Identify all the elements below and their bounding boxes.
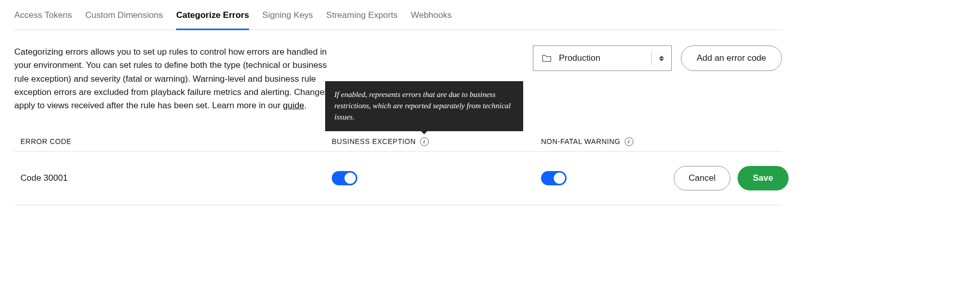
tab-access-tokens[interactable]: Access Tokens bbox=[14, 10, 72, 30]
info-icon[interactable]: i If enabled, represents errors that are… bbox=[420, 137, 429, 146]
tooltip-business-exception: If enabled, represents errors that are d… bbox=[325, 81, 523, 131]
column-header-non-fatal-warning: NON-FATAL WARNING i bbox=[541, 137, 674, 146]
environment-selected-label: Production bbox=[559, 53, 644, 63]
business-exception-toggle[interactable] bbox=[332, 171, 357, 185]
toggle-knob bbox=[345, 173, 356, 184]
non-fatal-warning-cell bbox=[541, 171, 674, 185]
cancel-button[interactable]: Cancel bbox=[674, 166, 730, 190]
guide-link[interactable]: guide bbox=[283, 101, 304, 110]
tab-custom-dimensions[interactable]: Custom Dimensions bbox=[85, 10, 163, 30]
column-header-warning-label: NON-FATAL WARNING bbox=[541, 137, 621, 146]
description-text: Categorizing errors allows you to set up… bbox=[14, 45, 331, 113]
table-header: ERROR CODE BUSINESS EXCEPTION i If enabl… bbox=[14, 132, 782, 152]
tab-webhooks[interactable]: Webhooks bbox=[411, 10, 452, 30]
sort-arrows-icon bbox=[659, 56, 664, 61]
row-actions: Cancel Save bbox=[674, 166, 789, 190]
divider bbox=[651, 52, 652, 65]
description-post: . bbox=[304, 101, 307, 110]
column-header-business-label: BUSINESS EXCEPTION bbox=[332, 137, 416, 146]
header-actions: Production Add an error code bbox=[533, 45, 782, 71]
environment-select[interactable]: Production bbox=[533, 45, 672, 71]
folder-icon bbox=[542, 54, 552, 62]
column-header-business-exception: BUSINESS EXCEPTION i If enabled, represe… bbox=[332, 137, 541, 146]
error-code-cell: Code 30001 bbox=[20, 173, 332, 183]
non-fatal-warning-toggle[interactable] bbox=[541, 171, 567, 185]
tab-streaming-exports[interactable]: Streaming Exports bbox=[326, 10, 398, 30]
tab-categorize-errors[interactable]: Categorize Errors bbox=[176, 10, 249, 30]
table-row: Code 30001 Cancel Save bbox=[14, 152, 782, 205]
save-button[interactable]: Save bbox=[738, 166, 789, 190]
toggle-knob bbox=[554, 173, 565, 184]
add-error-code-button[interactable]: Add an error code bbox=[681, 45, 782, 71]
business-exception-cell bbox=[332, 171, 541, 185]
tabs-bar: Access Tokens Custom Dimensions Categori… bbox=[14, 10, 782, 30]
column-header-error-code: ERROR CODE bbox=[20, 137, 332, 146]
info-icon[interactable]: i bbox=[625, 137, 633, 146]
tab-signing-keys[interactable]: Signing Keys bbox=[262, 10, 313, 30]
description-pre: Categorizing errors allows you to set up… bbox=[14, 47, 329, 110]
info-glyph: i bbox=[628, 138, 630, 144]
info-glyph: i bbox=[423, 138, 425, 144]
